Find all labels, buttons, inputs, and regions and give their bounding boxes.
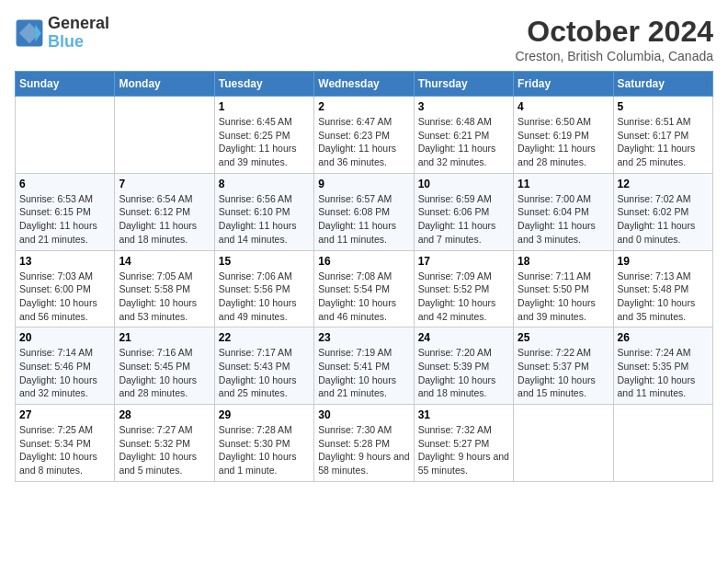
day-number: 21	[119, 331, 210, 344]
calendar-cell: 11Sunrise: 7:00 AM Sunset: 6:04 PM Dayli…	[514, 173, 613, 250]
day-info: Sunrise: 6:54 AM Sunset: 6:12 PM Dayligh…	[119, 192, 210, 247]
calendar-cell: 19Sunrise: 7:13 AM Sunset: 5:48 PM Dayli…	[613, 250, 712, 327]
day-number: 17	[418, 255, 509, 268]
day-number: 5	[618, 100, 709, 113]
day-number: 3	[418, 100, 509, 113]
calendar-cell	[514, 405, 613, 482]
logo-line1: General	[48, 14, 109, 32]
day-number: 15	[219, 255, 310, 268]
day-number: 24	[418, 331, 509, 344]
day-number: 9	[318, 178, 409, 190]
calendar-week-row: 27Sunrise: 7:25 AM Sunset: 5:34 PM Dayli…	[16, 405, 713, 482]
location: Creston, British Columbia, Canada	[515, 49, 713, 63]
logo-line2: Blue	[48, 32, 84, 51]
day-info: Sunrise: 7:19 AM Sunset: 5:41 PM Dayligh…	[318, 346, 409, 400]
day-info: Sunrise: 7:20 AM Sunset: 5:39 PM Dayligh…	[418, 346, 509, 400]
day-info: Sunrise: 7:03 AM Sunset: 6:00 PM Dayligh…	[19, 270, 110, 324]
calendar-cell: 29Sunrise: 7:28 AM Sunset: 5:30 PM Dayli…	[214, 405, 313, 482]
day-number: 30	[318, 408, 409, 421]
day-number: 23	[318, 331, 409, 344]
logo-text: General Blue	[48, 15, 109, 52]
calendar-cell: 14Sunrise: 7:05 AM Sunset: 5:58 PM Dayli…	[115, 250, 214, 327]
calendar-header-row: SundayMondayTuesdayWednesdayThursdayFrid…	[16, 72, 713, 97]
day-info: Sunrise: 7:24 AM Sunset: 5:35 PM Dayligh…	[618, 346, 709, 400]
calendar-cell: 12Sunrise: 7:02 AM Sunset: 6:02 PM Dayli…	[613, 173, 712, 250]
calendar-cell: 31Sunrise: 7:32 AM Sunset: 5:27 PM Dayli…	[414, 405, 513, 482]
logo-icon	[15, 18, 44, 48]
calendar-cell: 9Sunrise: 6:57 AM Sunset: 6:08 PM Daylig…	[314, 173, 414, 250]
day-info: Sunrise: 6:53 AM Sunset: 6:15 PM Dayligh…	[19, 192, 110, 247]
calendar-cell: 3Sunrise: 6:48 AM Sunset: 6:21 PM Daylig…	[414, 97, 513, 174]
day-info: Sunrise: 7:02 AM Sunset: 6:02 PM Dayligh…	[618, 192, 709, 247]
day-number: 25	[518, 331, 609, 344]
day-number: 4	[518, 100, 609, 113]
weekday-header: Tuesday	[214, 72, 313, 97]
day-number: 28	[119, 408, 210, 421]
calendar-cell: 1Sunrise: 6:45 AM Sunset: 6:25 PM Daylig…	[214, 97, 313, 174]
calendar-cell: 26Sunrise: 7:24 AM Sunset: 5:35 PM Dayli…	[613, 327, 712, 405]
day-number: 26	[618, 331, 709, 344]
calendar-cell: 15Sunrise: 7:06 AM Sunset: 5:56 PM Dayli…	[214, 250, 313, 327]
day-info: Sunrise: 7:11 AM Sunset: 5:50 PM Dayligh…	[518, 270, 609, 324]
weekday-header: Wednesday	[314, 72, 414, 97]
calendar-week-row: 20Sunrise: 7:14 AM Sunset: 5:46 PM Dayli…	[16, 327, 713, 405]
day-info: Sunrise: 6:56 AM Sunset: 6:10 PM Dayligh…	[219, 192, 310, 247]
calendar-cell: 16Sunrise: 7:08 AM Sunset: 5:54 PM Dayli…	[314, 250, 414, 327]
day-number: 18	[518, 255, 609, 268]
day-info: Sunrise: 7:08 AM Sunset: 5:54 PM Dayligh…	[318, 270, 409, 324]
calendar-cell: 4Sunrise: 6:50 AM Sunset: 6:19 PM Daylig…	[514, 97, 613, 174]
day-number: 27	[19, 408, 110, 421]
day-info: Sunrise: 6:51 AM Sunset: 6:17 PM Dayligh…	[618, 115, 709, 169]
day-info: Sunrise: 7:09 AM Sunset: 5:52 PM Dayligh…	[418, 270, 509, 324]
calendar: SundayMondayTuesdayWednesdayThursdayFrid…	[15, 71, 713, 482]
day-number: 1	[219, 100, 310, 113]
day-info: Sunrise: 6:45 AM Sunset: 6:25 PM Dayligh…	[219, 115, 310, 169]
calendar-week-row: 6Sunrise: 6:53 AM Sunset: 6:15 PM Daylig…	[16, 173, 713, 250]
day-info: Sunrise: 7:30 AM Sunset: 5:28 PM Dayligh…	[318, 423, 409, 477]
calendar-cell: 18Sunrise: 7:11 AM Sunset: 5:50 PM Dayli…	[514, 250, 613, 327]
day-number: 10	[418, 178, 509, 190]
day-info: Sunrise: 7:32 AM Sunset: 5:27 PM Dayligh…	[418, 423, 509, 477]
day-number: 16	[318, 255, 409, 268]
day-number: 6	[19, 178, 110, 190]
day-info: Sunrise: 7:05 AM Sunset: 5:58 PM Dayligh…	[119, 270, 210, 324]
calendar-cell	[115, 97, 214, 174]
day-number: 29	[219, 408, 310, 421]
day-info: Sunrise: 6:50 AM Sunset: 6:19 PM Dayligh…	[518, 115, 609, 169]
calendar-cell: 28Sunrise: 7:27 AM Sunset: 5:32 PM Dayli…	[115, 405, 214, 482]
calendar-week-row: 1Sunrise: 6:45 AM Sunset: 6:25 PM Daylig…	[16, 97, 713, 174]
calendar-cell: 10Sunrise: 6:59 AM Sunset: 6:06 PM Dayli…	[414, 173, 513, 250]
calendar-cell: 24Sunrise: 7:20 AM Sunset: 5:39 PM Dayli…	[414, 327, 513, 405]
day-info: Sunrise: 6:59 AM Sunset: 6:06 PM Dayligh…	[418, 192, 509, 247]
calendar-cell: 7Sunrise: 6:54 AM Sunset: 6:12 PM Daylig…	[115, 173, 214, 250]
day-info: Sunrise: 7:14 AM Sunset: 5:46 PM Dayligh…	[19, 346, 110, 400]
day-number: 31	[418, 408, 509, 421]
calendar-cell: 8Sunrise: 6:56 AM Sunset: 6:10 PM Daylig…	[214, 173, 313, 250]
weekday-header: Thursday	[414, 72, 513, 97]
day-number: 19	[618, 255, 709, 268]
month-title: October 2024	[515, 15, 713, 49]
day-number: 12	[618, 178, 709, 190]
day-number: 20	[19, 331, 110, 344]
calendar-cell: 30Sunrise: 7:30 AM Sunset: 5:28 PM Dayli…	[314, 405, 414, 482]
calendar-cell: 25Sunrise: 7:22 AM Sunset: 5:37 PM Dayli…	[514, 327, 613, 405]
day-info: Sunrise: 7:16 AM Sunset: 5:45 PM Dayligh…	[119, 346, 210, 400]
day-number: 7	[119, 178, 210, 190]
calendar-cell: 13Sunrise: 7:03 AM Sunset: 6:00 PM Dayli…	[16, 250, 115, 327]
day-info: Sunrise: 6:47 AM Sunset: 6:23 PM Dayligh…	[318, 115, 409, 169]
calendar-cell	[613, 405, 712, 482]
calendar-cell: 17Sunrise: 7:09 AM Sunset: 5:52 PM Dayli…	[414, 250, 513, 327]
day-number: 11	[518, 178, 609, 190]
day-number: 13	[19, 255, 110, 268]
calendar-cell: 27Sunrise: 7:25 AM Sunset: 5:34 PM Dayli…	[16, 405, 115, 482]
calendar-cell: 20Sunrise: 7:14 AM Sunset: 5:46 PM Dayli…	[16, 327, 115, 405]
day-info: Sunrise: 6:48 AM Sunset: 6:21 PM Dayligh…	[418, 115, 509, 169]
day-info: Sunrise: 7:00 AM Sunset: 6:04 PM Dayligh…	[518, 192, 609, 247]
calendar-cell	[16, 97, 115, 174]
calendar-cell: 5Sunrise: 6:51 AM Sunset: 6:17 PM Daylig…	[613, 97, 712, 174]
weekday-header: Monday	[115, 72, 214, 97]
weekday-header: Friday	[514, 72, 613, 97]
day-info: Sunrise: 7:28 AM Sunset: 5:30 PM Dayligh…	[219, 423, 310, 477]
day-number: 2	[318, 100, 409, 113]
calendar-week-row: 13Sunrise: 7:03 AM Sunset: 6:00 PM Dayli…	[16, 250, 713, 327]
